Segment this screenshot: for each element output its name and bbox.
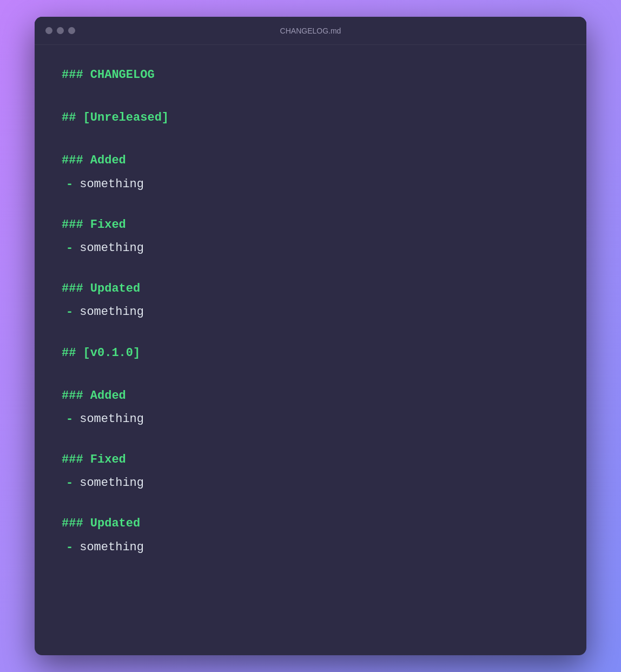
list-item: - something <box>62 473 559 492</box>
titlebar: CHANGELOG.md <box>35 17 586 45</box>
updated-heading-1: ### Updated <box>62 279 559 298</box>
fixed-heading-2: ### Fixed <box>62 450 559 469</box>
traffic-lights <box>45 27 75 34</box>
minimize-button[interactable] <box>57 27 64 34</box>
v010-heading: ## [v0.1.0] <box>62 344 559 363</box>
list-dash: - <box>66 239 73 258</box>
main-heading: ### CHANGELOG <box>62 65 559 84</box>
added-heading-2: ### Added <box>62 386 559 405</box>
added-heading-1: ### Added <box>62 151 559 170</box>
list-dash: - <box>66 410 73 429</box>
list-text: something <box>80 410 144 429</box>
close-button[interactable] <box>45 27 52 34</box>
list-text: something <box>80 473 144 492</box>
list-dash: - <box>66 538 73 557</box>
window-title: CHANGELOG.md <box>280 27 341 35</box>
list-text: something <box>80 302 144 321</box>
list-item: - something <box>62 175 559 194</box>
list-item: - something <box>62 410 559 429</box>
fixed-heading-1: ### Fixed <box>62 215 559 234</box>
list-item: - something <box>62 239 559 258</box>
list-dash: - <box>66 473 73 492</box>
list-dash: - <box>66 302 73 321</box>
list-text: something <box>80 175 144 194</box>
updated-heading-2: ### Updated <box>62 514 559 533</box>
list-item: - something <box>62 302 559 321</box>
unreleased-heading: ## [Unreleased] <box>62 108 559 127</box>
list-item: - something <box>62 538 559 557</box>
editor-content[interactable]: ### CHANGELOG ## [Unreleased] ### Added … <box>35 45 586 655</box>
maximize-button[interactable] <box>68 27 75 34</box>
editor-window: CHANGELOG.md ### CHANGELOG ## [Unrelease… <box>35 17 586 655</box>
list-text: something <box>80 239 144 258</box>
list-text: something <box>80 538 144 557</box>
list-dash: - <box>66 175 73 194</box>
